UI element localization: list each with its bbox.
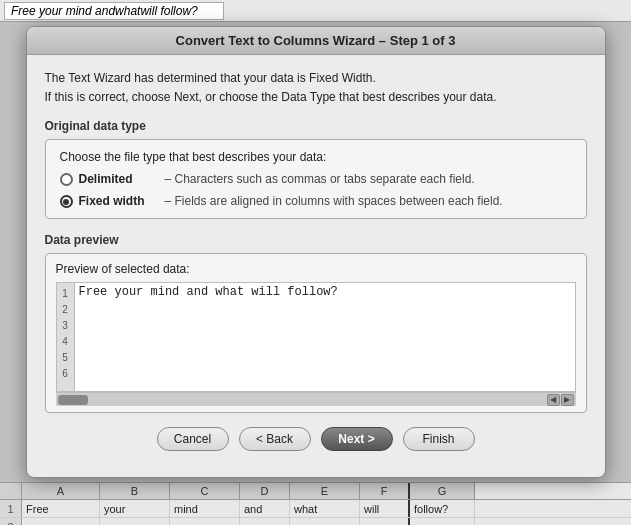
dialog-title: Convert Text to Columns Wizard – Step 1 … xyxy=(27,27,605,55)
col-header-c: C xyxy=(170,483,240,499)
cell-d2[interactable] xyxy=(240,518,290,525)
finish-button[interactable]: Finish xyxy=(403,427,475,451)
col-header-corner xyxy=(0,483,22,499)
preview-line-1: Free your mind and what will follow? xyxy=(79,285,571,299)
col-header-f: F xyxy=(360,483,410,499)
table-row: 2 xyxy=(0,518,631,525)
dialog-body: The Text Wizard has determined that your… xyxy=(27,55,605,461)
radio-delimited-row[interactable]: Delimited – Characters such as commas or… xyxy=(60,172,572,186)
cell-b2[interactable] xyxy=(100,518,170,525)
cancel-button[interactable]: Cancel xyxy=(157,427,229,451)
col-header-d: D xyxy=(240,483,290,499)
radio-delimited-desc: – Characters such as commas or tabs sepa… xyxy=(165,172,475,186)
line-num-4: 4 xyxy=(57,333,74,349)
data-preview-label: Data preview xyxy=(45,233,587,247)
file-type-label: Choose the file type that best describes… xyxy=(60,150,572,164)
scrollbar-thumb[interactable] xyxy=(58,395,88,405)
scroll-left-icon[interactable]: ◀ xyxy=(547,394,560,406)
preview-line-numbers: 1 2 3 4 5 6 xyxy=(57,283,75,391)
table-row: 1 Free your mind and what will follow? xyxy=(0,500,631,518)
cell-a2[interactable] xyxy=(22,518,100,525)
line-num-2: 2 xyxy=(57,301,74,317)
intro-line1: The Text Wizard has determined that your… xyxy=(45,69,587,88)
col-header-b: B xyxy=(100,483,170,499)
radio-delimited[interactable] xyxy=(60,173,73,186)
cell-f1[interactable]: will xyxy=(360,500,410,517)
intro-line2: If this is correct, choose Next, or choo… xyxy=(45,88,587,107)
spreadsheet-bottom: A B C D E F G 1 Free your mind and what … xyxy=(0,482,631,525)
col-header-g: G xyxy=(410,483,475,499)
preview-box-label: Preview of selected data: xyxy=(56,262,576,276)
original-data-section-label: Original data type xyxy=(45,119,587,133)
line-num-1: 1 xyxy=(57,285,74,301)
preview-scrollbar[interactable]: ◀ ▶ xyxy=(56,392,576,406)
dialog-intro: The Text Wizard has determined that your… xyxy=(45,69,587,107)
sheet-rows: 1 Free your mind and what will follow? 2 xyxy=(0,500,631,525)
cell-c1[interactable]: mind xyxy=(170,500,240,517)
cell-g2[interactable] xyxy=(410,518,475,525)
scrollbar-arrows: ◀ ▶ xyxy=(547,394,574,406)
cell-g1[interactable]: follow? xyxy=(410,500,475,517)
cell-f2[interactable] xyxy=(360,518,410,525)
data-preview-section: Data preview Preview of selected data: 1… xyxy=(45,233,587,413)
col-header-a: A xyxy=(22,483,100,499)
row-num-1: 1 xyxy=(0,500,22,517)
dialog-overlay: Convert Text to Columns Wizard – Step 1 … xyxy=(0,26,631,478)
buttons-row: Cancel < Back Next > Finish xyxy=(45,427,587,451)
row-num-2: 2 xyxy=(0,518,22,525)
spreadsheet-formula-bar: Free your mind and what will follow? xyxy=(0,0,631,22)
line-num-6: 6 xyxy=(57,365,74,381)
line-num-5: 5 xyxy=(57,349,74,365)
cell-text-italic: what xyxy=(115,4,140,18)
radio-fixed-desc: – Fields are aligned in columns with spa… xyxy=(165,194,503,208)
cell-e1[interactable]: what xyxy=(290,500,360,517)
col-header-e: E xyxy=(290,483,360,499)
radio-delimited-label: Delimited xyxy=(79,172,159,186)
cell-text-suffix: will follow? xyxy=(140,4,197,18)
next-button[interactable]: Next > xyxy=(321,427,393,451)
radio-fixed-width[interactable] xyxy=(60,195,73,208)
cell-c2[interactable] xyxy=(170,518,240,525)
cell-a1[interactable]: Free xyxy=(22,500,100,517)
col-headers-row: A B C D E F G xyxy=(0,482,631,500)
cell-e2[interactable] xyxy=(290,518,360,525)
cell-d1[interactable]: and xyxy=(240,500,290,517)
back-button[interactable]: < Back xyxy=(239,427,311,451)
preview-box: Preview of selected data: 1 2 3 4 5 6 xyxy=(45,253,587,413)
wizard-dialog: Convert Text to Columns Wizard – Step 1 … xyxy=(26,26,606,478)
original-data-section: Choose the file type that best describes… xyxy=(45,139,587,219)
cell-b1[interactable]: your xyxy=(100,500,170,517)
preview-text-area: Free your mind and what will follow? xyxy=(75,283,575,391)
preview-data-inner: 1 2 3 4 5 6 Free your mind and what will… xyxy=(57,283,575,391)
line-num-3: 3 xyxy=(57,317,74,333)
scroll-right-icon[interactable]: ▶ xyxy=(561,394,574,406)
radio-fixed-label: Fixed width xyxy=(79,194,159,208)
formula-bar-content: Free your mind and what will follow? xyxy=(4,2,224,20)
preview-data-area: 1 2 3 4 5 6 Free your mind and what will… xyxy=(56,282,576,392)
cell-text-prefix: Free your mind and xyxy=(11,4,115,18)
radio-fixed-row[interactable]: Fixed width – Fields are aligned in colu… xyxy=(60,194,572,208)
